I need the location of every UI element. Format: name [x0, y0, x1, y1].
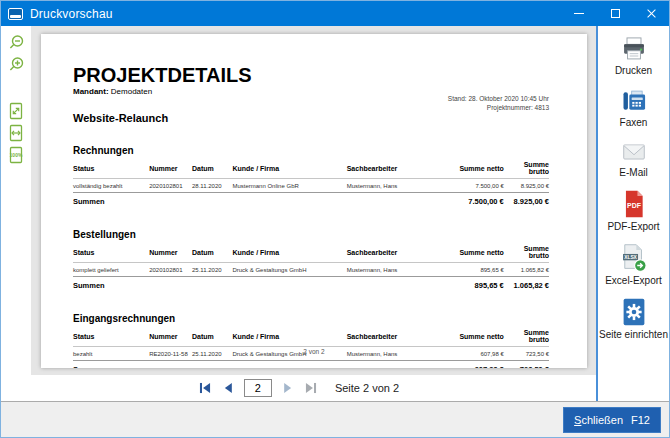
last-page-button[interactable]	[304, 381, 318, 395]
minimize-button[interactable]	[561, 1, 597, 26]
sidebar-item-faxen[interactable]: Faxen	[598, 87, 669, 128]
cell-summe-brutto: 8.925,00 €	[504, 179, 549, 193]
summen-row: Summen 7.500,00 € 8.925,00 €	[73, 193, 549, 209]
zoom-out-button[interactable]	[4, 32, 28, 54]
summen-netto: 607,98 €	[459, 361, 504, 369]
sidebar-item-email[interactable]: E-Mail	[598, 139, 669, 178]
summen-label: Summen	[73, 277, 459, 293]
sidebar-item-seite-einrichten[interactable]: Seite einrichten	[598, 297, 669, 340]
summen-brutto: 1.065,82 €	[504, 277, 549, 293]
summen-brutto: 8.925,00 €	[504, 193, 549, 209]
fax-icon	[619, 87, 649, 115]
zoom-100-button[interactable]: 100%	[4, 144, 28, 166]
section-rechnungen: Rechnungen Status Nummer Datum Kunde / F…	[73, 145, 549, 208]
sidebar-item-label: E-Mail	[619, 167, 647, 178]
sidebar-item-label: Drucken	[615, 65, 652, 76]
col-summe-netto: Summe netto	[459, 327, 504, 347]
schliessen-button[interactable]: Schließen F12	[563, 407, 661, 433]
maximize-button[interactable]	[597, 1, 633, 26]
next-page-button[interactable]	[281, 381, 295, 395]
druckvorschau-window: Druckvorschau	[0, 0, 670, 438]
first-page-icon	[199, 382, 211, 394]
page-number-input[interactable]	[244, 379, 272, 397]
fit-width-button[interactable]	[4, 122, 28, 144]
fit-page-button[interactable]	[4, 100, 28, 122]
window-title: Druckvorschau	[30, 7, 113, 21]
col-summe-brutto: Summe brutto	[504, 243, 549, 263]
cell-kunde: Druck & Gestaltungs GmbH	[232, 263, 346, 277]
col-nummer: Nummer	[149, 243, 192, 263]
zoom-toolbar: 100%	[1, 26, 31, 375]
pdf-file-icon: PDF	[620, 189, 648, 219]
col-status: Status	[73, 327, 149, 347]
next-page-icon	[282, 382, 294, 394]
cell-nummer: 2020102801	[149, 179, 192, 193]
section-heading: Rechnungen	[73, 145, 549, 156]
pagination-label: Seite 2 von 2	[335, 382, 399, 394]
document-title: PROJEKTDETAILS	[73, 64, 549, 86]
cell-kunde: Mustermann Online GbR	[232, 179, 346, 193]
previous-page-button[interactable]	[221, 381, 235, 395]
sidebar-item-drucken[interactable]: Drucken	[598, 35, 669, 76]
cell-datum: 25.11.2020	[192, 263, 232, 277]
zoom-in-button[interactable]	[4, 54, 28, 76]
section-eingangsrechnungen: Eingangsrechnungen Status Nummer Datum K…	[73, 313, 549, 368]
col-datum: Datum	[192, 327, 232, 347]
svg-text:PDF: PDF	[627, 202, 641, 209]
svg-text:XLSX: XLSX	[624, 255, 637, 260]
titlebar: Druckvorschau	[1, 1, 669, 26]
page-footer-text: 2 von 2	[41, 348, 587, 355]
cell-sachbearbeiter: Mustermann, Hans	[347, 263, 459, 277]
sidebar-item-label: Faxen	[620, 117, 648, 128]
svg-text:100%: 100%	[10, 152, 23, 158]
pagination-bar: Seite 2 von 2	[1, 375, 596, 401]
col-datum: Datum	[192, 243, 232, 263]
stand-text: Stand: 28. Oktober 2020 10:45 Uhr	[448, 94, 549, 103]
col-summe-brutto: Summe brutto	[504, 327, 549, 347]
sidebar-item-label: Excel-Export	[605, 275, 662, 286]
close-icon	[646, 8, 657, 19]
action-sidebar: Drucken Faxen	[596, 26, 669, 401]
content-area: 100% PROJEKTDETAILS Mandant: Demodaten S…	[1, 26, 669, 401]
previous-page-icon	[222, 382, 234, 394]
printer-icon	[619, 35, 649, 63]
summen-row: Summen 895,65 € 1.065,82 €	[73, 277, 549, 293]
cell-status: vollständig bezahlt	[73, 179, 149, 193]
summen-netto: 895,65 €	[459, 277, 504, 293]
page-setup-gear-icon	[620, 297, 648, 327]
bestellungen-table: Status Nummer Datum Kunde / Firma Sachbe…	[73, 243, 549, 292]
first-page-button[interactable]	[198, 381, 212, 395]
col-status: Status	[73, 243, 149, 263]
col-summe-netto: Summe netto	[459, 243, 504, 263]
col-nummer: Nummer	[149, 327, 192, 347]
work-row: 100% PROJEKTDETAILS Mandant: Demodaten S…	[1, 26, 596, 375]
table-row: vollständig bezahlt 2020102801 28.11.202…	[73, 179, 549, 193]
last-page-icon	[305, 382, 317, 394]
close-window-button[interactable]	[633, 1, 669, 26]
col-kunde: Kunde / Firma	[232, 327, 346, 347]
main-column: 100% PROJEKTDETAILS Mandant: Demodaten S…	[1, 26, 596, 401]
sidebar-item-excel-export[interactable]: XLSX Excel-Export	[598, 243, 669, 286]
section-heading: Bestellungen	[73, 229, 549, 240]
section-bestellungen: Bestellungen Status Nummer Datum Kunde /…	[73, 229, 549, 292]
schliessen-label: Schließen	[574, 414, 623, 426]
minimize-icon	[574, 13, 584, 14]
excel-file-icon: XLSX	[619, 243, 649, 273]
summen-label: Summen	[73, 361, 459, 369]
cell-summe-netto: 7.500,00 €	[459, 179, 504, 193]
summen-label: Summen	[73, 193, 459, 209]
col-summe-netto: Summe netto	[459, 159, 504, 179]
app-icon	[8, 8, 23, 20]
zoom-100-icon: 100%	[6, 145, 26, 165]
table-header-row: Status Nummer Datum Kunde / Firma Sachbe…	[73, 159, 549, 179]
col-sachbearbeiter: Sachbearbeiter	[347, 243, 459, 263]
col-kunde: Kunde / Firma	[232, 159, 346, 179]
zoom-in-icon	[6, 55, 26, 75]
cell-status: komplett geliefert	[73, 263, 149, 277]
sidebar-item-pdf-export[interactable]: PDF PDF-Export	[598, 189, 669, 232]
fit-width-icon	[6, 123, 26, 143]
summen-brutto: 723,50 €	[504, 361, 549, 369]
sidebar-item-label: PDF-Export	[607, 221, 659, 232]
preview-canvas[interactable]: PROJEKTDETAILS Mandant: Demodaten Stand:…	[31, 26, 596, 375]
cell-summe-netto: 895,65 €	[459, 263, 504, 277]
